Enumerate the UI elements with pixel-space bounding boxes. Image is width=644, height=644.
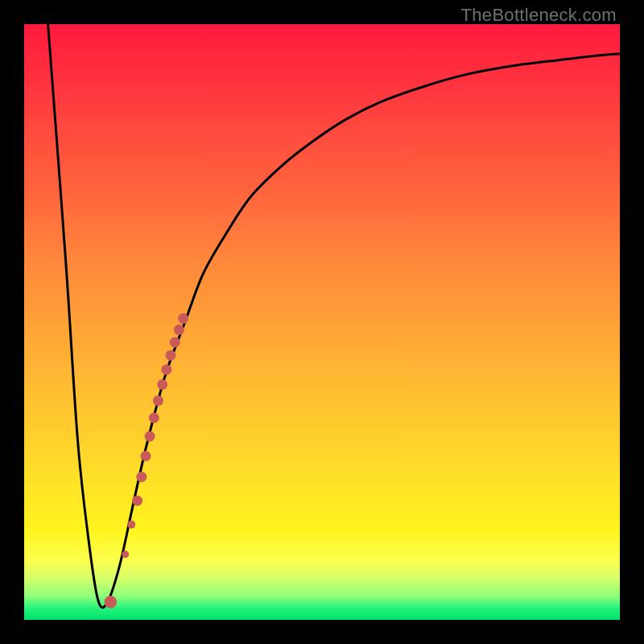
- highlight-dot: [166, 350, 176, 361]
- highlight-dot: [178, 313, 188, 324]
- highlight-dot: [122, 551, 129, 558]
- highlight-dot: [170, 337, 180, 348]
- highlight-dot: [149, 413, 159, 423]
- highlight-dot: [153, 395, 163, 406]
- chart-svg: [24, 24, 620, 620]
- highlight-dot: [145, 431, 155, 442]
- highlight-dot: [136, 472, 147, 482]
- highlight-dot: [132, 496, 142, 506]
- chart-plot-area: [24, 24, 620, 620]
- highlight-dot: [141, 451, 151, 461]
- chart-stage: TheBottleneck.com: [0, 0, 644, 644]
- highlight-dot: [174, 324, 184, 335]
- highlight-dot: [105, 596, 118, 609]
- curve-line: [48, 24, 620, 608]
- highlight-dot: [157, 379, 167, 390]
- highlight-dot: [127, 521, 135, 529]
- watermark-label: TheBottleneck.com: [461, 5, 617, 26]
- highlight-dots: [105, 313, 189, 608]
- highlight-dot: [161, 365, 171, 375]
